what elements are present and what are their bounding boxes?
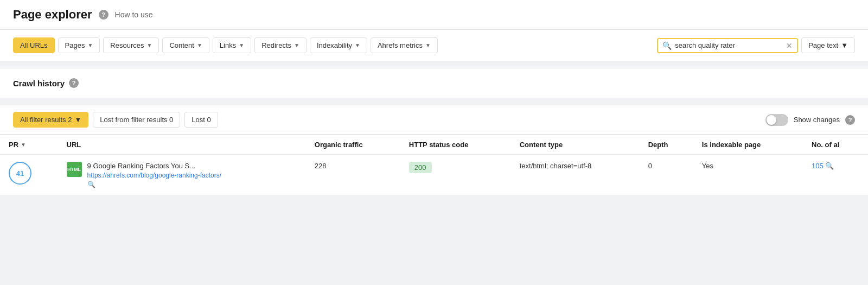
th-organic-traffic: Organic traffic xyxy=(306,135,400,155)
count-link[interactable]: 105 🔍 xyxy=(812,162,834,170)
clear-search-icon[interactable]: ✕ xyxy=(786,41,793,50)
th-pr[interactable]: PR ▼ xyxy=(0,135,58,155)
header-bar: Page explorer ? How to use xyxy=(0,0,868,30)
crawl-section: Crawl history ? xyxy=(0,68,868,98)
filter-bar: All URLs Pages ▼ Resources ▼ Content ▼ L… xyxy=(0,30,868,61)
table-row: 41 HTML 9 Google Ranking Factors You S..… xyxy=(0,155,868,195)
data-table: PR ▼ URL Organic traffic HTTP status cod… xyxy=(0,135,868,195)
indexable-value: Yes xyxy=(702,162,713,170)
show-changes-wrapper: Show changes ? xyxy=(765,114,855,126)
search-box: 🔍 ✕ xyxy=(657,38,798,53)
page-title-text: 9 Google Ranking Factors You S... xyxy=(87,162,221,170)
all-urls-button[interactable]: All URLs xyxy=(13,37,55,53)
th-http-status-code: HTTP status code xyxy=(400,135,511,155)
count-cell: 105 🔍 xyxy=(803,155,868,195)
pages-button[interactable]: Pages ▼ xyxy=(58,37,100,53)
page-url-link[interactable]: https://ahrefs.com/blog/google-ranking-f… xyxy=(87,172,221,179)
indexability-chevron-icon: ▼ xyxy=(355,42,360,48)
lost-from-filter-button[interactable]: Lost from filter results 0 xyxy=(93,112,180,128)
lost-label: Lost 0 xyxy=(192,116,210,124)
pages-label: Pages xyxy=(65,41,85,49)
resources-label: Resources xyxy=(110,41,144,49)
crawl-help-icon[interactable]: ? xyxy=(69,78,79,88)
redirects-chevron-icon: ▼ xyxy=(294,42,299,48)
th-no-of-al: No. of al xyxy=(803,135,868,155)
how-to-use-link[interactable]: How to use xyxy=(115,10,153,19)
page-title: Page explorer xyxy=(13,8,92,22)
content-button[interactable]: Content ▼ xyxy=(162,37,209,53)
indexable-cell: Yes xyxy=(693,155,803,195)
resources-button[interactable]: Resources ▼ xyxy=(103,37,159,53)
crawl-history-title: Crawl history ? xyxy=(13,78,855,88)
all-filter-chevron-icon: ▼ xyxy=(74,116,81,124)
search-icon: 🔍 xyxy=(662,41,672,50)
th-is-indexable-page: Is indexable page xyxy=(693,135,803,155)
table-header-row: PR ▼ URL Organic traffic HTTP status cod… xyxy=(0,135,868,155)
indexability-label: Indexability xyxy=(317,41,352,49)
url-search-icon[interactable]: 🔍 xyxy=(87,181,221,188)
search-input[interactable] xyxy=(675,41,784,49)
pr-sort-icon: ▼ xyxy=(21,142,26,148)
page-text-chevron-icon: ▼ xyxy=(841,41,848,49)
redirects-label: Redirects xyxy=(261,41,291,49)
show-changes-toggle[interactable] xyxy=(765,114,788,126)
table-wrapper: PR ▼ URL Organic traffic HTTP status cod… xyxy=(0,135,868,195)
url-cell: HTML 9 Google Ranking Factors You S... h… xyxy=(58,155,306,195)
http-status-cell: 200 xyxy=(400,155,511,195)
http-status-badge: 200 xyxy=(409,162,432,173)
lost-from-filter-label: Lost from filter results 0 xyxy=(100,116,173,124)
all-urls-label: All URLs xyxy=(20,41,48,49)
results-bar: All filter results 2 ▼ Lost from filter … xyxy=(0,105,868,135)
crawl-title-text: Crawl history xyxy=(13,79,65,88)
links-button[interactable]: Links ▼ xyxy=(213,37,251,53)
content-chevron-icon: ▼ xyxy=(197,42,202,48)
help-icon[interactable]: ? xyxy=(99,10,108,20)
pages-chevron-icon: ▼ xyxy=(87,42,93,48)
all-filter-results-label: All filter results 2 xyxy=(20,116,72,124)
links-chevron-icon: ▼ xyxy=(239,42,244,48)
show-changes-help-icon[interactable]: ? xyxy=(845,115,855,125)
ahrefs-metrics-button[interactable]: Ahrefs metrics ▼ xyxy=(371,37,438,53)
depth-cell: 0 xyxy=(640,155,693,195)
ahrefs-metrics-chevron-icon: ▼ xyxy=(425,42,431,48)
content-type-cell: text/html; charset=utf-8 xyxy=(511,155,640,195)
resources-chevron-icon: ▼ xyxy=(147,42,152,48)
ahrefs-metrics-label: Ahrefs metrics xyxy=(378,41,423,49)
content-label: Content xyxy=(169,41,194,49)
links-label: Links xyxy=(220,41,236,49)
indexability-button[interactable]: Indexability ▼ xyxy=(310,37,367,53)
show-changes-label: Show changes xyxy=(794,116,840,124)
page-text-label: Page text xyxy=(808,41,838,49)
pr-badge: 41 xyxy=(9,162,31,185)
redirects-button[interactable]: Redirects ▼ xyxy=(254,37,307,53)
th-url: URL xyxy=(58,135,306,155)
organic-traffic-cell: 228 xyxy=(306,155,400,195)
all-filter-results-button[interactable]: All filter results 2 ▼ xyxy=(13,112,88,128)
html-file-icon: HTML xyxy=(67,162,82,177)
pr-cell: 41 xyxy=(0,155,58,195)
count-search-icon: 🔍 xyxy=(825,162,834,170)
lost-button[interactable]: Lost 0 xyxy=(184,112,218,128)
th-depth: Depth xyxy=(640,135,693,155)
th-content-type: Content type xyxy=(511,135,640,155)
page-text-button[interactable]: Page text ▼ xyxy=(801,37,855,53)
